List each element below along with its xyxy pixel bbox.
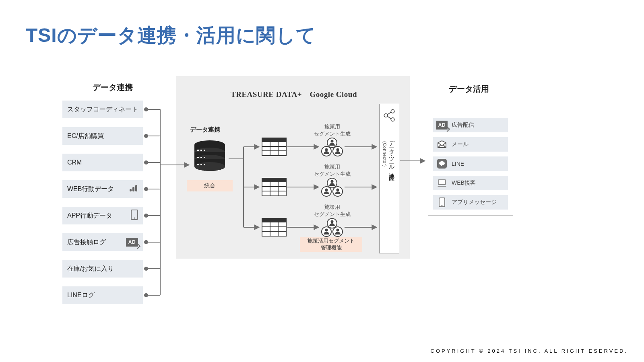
line-icon [437,159,447,169]
source-item: APP行動データ [62,207,143,224]
ad-icon: AD [436,121,448,130]
people-icon [321,178,343,197]
use-item: メール [433,137,508,152]
svg-point-74 [144,267,148,271]
share-icon [382,109,396,122]
use-item: アプリメッセージ [433,195,508,210]
svg-rect-1 [132,187,134,191]
slide: TSIのデータ連携・活用に関して データ連携 スタッフコーディネート EC/店舗… [0,0,644,362]
svg-point-62 [144,107,148,111]
segment-label: 施策用セグメント生成 [310,163,354,177]
svg-point-76 [144,293,148,297]
svg-point-66 [144,160,148,165]
svg-point-72 [144,240,148,244]
svg-point-51 [325,229,328,232]
people-icon [321,218,343,237]
mid-sub-header: データ連携 [190,126,220,134]
use-label: WEB接客 [452,179,476,187]
svg-rect-13 [200,157,202,158]
svg-rect-2 [135,185,137,191]
svg-rect-12 [197,157,199,158]
svg-rect-14 [204,157,205,158]
source-label: LINEログ [67,291,95,300]
source-label: WEB行動データ [67,185,114,193]
connector-box [379,104,399,253]
svg-point-64 [144,134,148,138]
segment-label: 施策用セグメント生成 [310,123,354,137]
use-item: LINE [433,156,508,171]
use-label: 広告配信 [452,121,474,129]
svg-point-8 [194,162,225,171]
laptop-icon [436,178,448,188]
table-icon [262,178,287,196]
source-item: スタッフコーディネート [62,101,143,118]
svg-point-49 [331,220,334,223]
svg-point-4 [134,218,135,219]
table-icon [262,218,287,237]
source-label: APP行動データ [67,212,112,220]
people-icon [321,138,343,157]
analytics-icon [129,185,138,193]
connector-label: データ・ツール連携機能 (Connector) [383,137,395,171]
slide-title: TSIのデータ連携・活用に関して [26,23,316,48]
phone-icon [131,210,138,222]
integration-label: 統合 [187,180,233,191]
table-icon [262,138,287,156]
source-label: 広告接触ログ [67,238,106,247]
svg-point-53 [336,229,339,232]
svg-point-47 [336,189,339,191]
source-item: 広告接触ログ AD [62,233,143,251]
svg-point-55 [391,110,394,113]
use-label: LINE [452,160,464,167]
use-item: WEB接客 [433,176,508,190]
svg-line-58 [387,116,391,119]
segment-label: 施策用セグメント生成 [310,204,354,218]
source-item: CRM [62,154,143,171]
uses-header: データ活用 [433,84,505,95]
source-item: LINEログ [62,286,143,304]
source-label: 在庫/お気に入り [67,265,114,273]
svg-rect-15 [197,164,199,165]
svg-point-45 [325,189,328,191]
svg-line-57 [387,112,391,115]
svg-point-70 [144,214,148,218]
svg-rect-17 [204,164,205,165]
source-item: 在庫/お気に入り [62,260,143,278]
ad-icon: AD [126,238,138,247]
management-label: 施策活用セグメント 管理機能 [300,237,362,252]
uses-panel: AD 広告配信 メール LINE WEB接客 アプリメッセージ [428,112,513,216]
source-item: WEB行動データ [62,180,143,198]
mail-icon [436,140,448,149]
svg-rect-0 [130,189,132,191]
svg-point-61 [442,205,443,206]
source-label: CRM [67,159,82,166]
use-label: メール [452,141,469,148]
sources-header: データ連携 [72,82,153,93]
svg-point-41 [336,148,339,151]
svg-point-37 [331,140,334,143]
source-label: スタッフコーディネート [67,105,138,114]
svg-rect-31 [262,218,286,222]
svg-rect-59 [438,180,446,185]
use-label: アプリメッセージ [452,199,497,206]
svg-rect-9 [197,150,199,151]
svg-rect-25 [262,178,286,182]
source-label: EC/店舗購買 [67,132,104,140]
svg-rect-11 [204,150,205,151]
svg-point-39 [325,148,328,151]
source-item: EC/店舗購買 [62,127,143,145]
phone-icon [436,197,448,207]
svg-rect-10 [200,150,202,151]
database-icon [192,140,227,176]
svg-rect-16 [200,164,202,165]
platform-label: TREASURE DATA+ Google Cloud [223,89,364,100]
svg-point-43 [331,180,334,183]
use-item: AD 広告配信 [433,118,508,132]
svg-rect-19 [262,138,286,142]
copyright: COPYRIGHT © 2024 TSI INC. ALL RIGHT ESER… [431,348,628,354]
svg-point-56 [391,118,394,121]
svg-point-54 [384,114,388,117]
svg-point-68 [144,187,148,191]
